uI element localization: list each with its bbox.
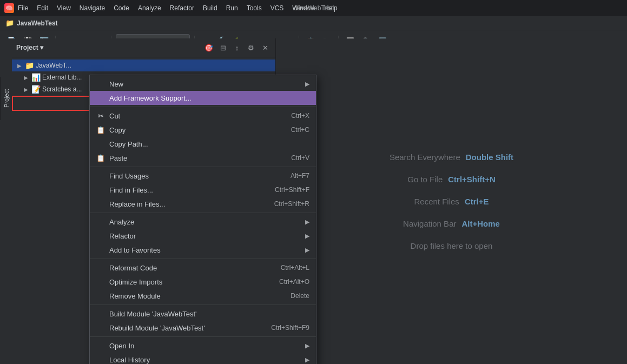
menu-item-copy-path[interactable]: Copy Path...: [90, 137, 316, 151]
title-bar: 🧠 File Edit View Navigate Code Analyze R…: [0, 0, 627, 16]
folder-icon-extlib: 📊: [31, 73, 40, 82]
menu-item-cut-label: Cut: [109, 112, 287, 120]
red-highlight-border: [12, 96, 96, 111]
menu-item-analyze-label: Analyze: [109, 218, 299, 226]
folder-icon-root: 📁: [25, 61, 34, 70]
replace-files-shortcut: Ctrl+Shift+R: [274, 200, 309, 208]
menu-item-copy[interactable]: 📋 Copy Ctrl+C: [90, 123, 316, 137]
tree-item-root[interactable]: ▶ 📁 JavaWebT...: [12, 59, 275, 71]
hint-search-everywhere: Search Everywhere Double Shift: [390, 153, 513, 162]
hint-search-everywhere-text: Search Everywhere: [390, 153, 460, 162]
analyze-icon: [96, 217, 105, 226]
local-history-submenu-arrow: ▶: [305, 356, 309, 363]
menu-item-analyze[interactable]: Analyze ▶: [90, 215, 316, 229]
optimize-imports-shortcut: Ctrl+Alt+O: [279, 278, 309, 286]
menu-item-paste[interactable]: 📋 Paste Ctrl+V: [90, 151, 316, 165]
app-logo: 🧠: [4, 3, 14, 13]
menu-run[interactable]: Run: [222, 3, 242, 13]
hint-nav-bar-text: Navigation Bar: [403, 219, 456, 228]
copy-icon: 📋: [96, 125, 105, 134]
menu-item-find-files[interactable]: Find in Files... Ctrl+Shift+F: [90, 183, 316, 197]
hint-search-everywhere-shortcut: Double Shift: [466, 153, 513, 162]
reformat-shortcut: Ctrl+Alt+L: [281, 264, 309, 272]
hint-goto-file-text: Go to File: [407, 175, 443, 184]
menu-sep-2: [90, 167, 316, 167]
menu-item-build-module[interactable]: Build Module 'JavaWebTest': [90, 307, 316, 321]
scroll-from-source-btn[interactable]: ↕: [231, 42, 243, 54]
hide-panel-btn[interactable]: ✕: [259, 42, 271, 54]
paste-shortcut: Ctrl+V: [291, 154, 309, 162]
menu-item-find-usages-label: Find Usages: [109, 172, 286, 180]
menu-item-optimize-imports[interactable]: Optimize Imports Ctrl+Alt+O: [90, 275, 316, 289]
menu-item-find-usages[interactable]: Find Usages Alt+F7: [90, 169, 316, 183]
menu-item-open-in[interactable]: Open In ▶: [90, 339, 316, 353]
menu-refactor[interactable]: Refactor: [166, 3, 198, 13]
settings-btn[interactable]: ⚙: [245, 42, 257, 54]
hint-recent-files: Recent Files Ctrl+E: [414, 197, 489, 206]
menu-item-build-module-label: Build Module 'JavaWebTest': [109, 310, 309, 318]
cut-icon: ✂: [96, 111, 105, 120]
menu-code[interactable]: Code: [110, 3, 133, 13]
menu-item-local-history-label: Local History: [109, 356, 299, 364]
add-favorites-icon: [96, 246, 105, 254]
local-history-icon: [96, 355, 105, 364]
project-header-actions: 🎯 ⊟ ↕ ⚙ ✕: [203, 42, 271, 54]
menu-item-copy-label: Copy: [109, 126, 287, 134]
menu-item-replace-files[interactable]: Replace in Files... Ctrl+Shift+R: [90, 197, 316, 211]
menu-view[interactable]: View: [53, 3, 75, 13]
hint-recent-files-text: Recent Files: [414, 197, 459, 206]
menu-sep-6: [90, 336, 316, 337]
menu-item-remove-module[interactable]: Remove Module Delete: [90, 289, 316, 303]
menu-item-reformat-label: Reformat Code: [109, 264, 276, 272]
menu-item-find-files-label: Find in Files...: [109, 186, 270, 194]
project-panel-title: Project ▾: [16, 44, 43, 51]
tree-label-extlib: External Lib...: [42, 74, 82, 81]
add-favorites-submenu-arrow: ▶: [305, 247, 309, 254]
expand-arrow-scratches: ▶: [23, 86, 29, 92]
expand-arrow-extlib: ▶: [23, 74, 29, 81]
refactor-icon: [96, 231, 105, 240]
refactor-submenu-arrow: ▶: [305, 233, 309, 240]
analyze-submenu-arrow: ▶: [305, 219, 309, 226]
project-side-tab[interactable]: Project: [0, 77, 12, 120]
menu-file[interactable]: File: [14, 3, 32, 13]
collapse-all-btn[interactable]: ⊟: [217, 42, 229, 54]
hint-drop-files: Drop files here to open: [411, 241, 493, 250]
optimize-imports-icon: [96, 277, 105, 286]
copy-shortcut: Ctrl+C: [291, 126, 309, 134]
remove-module-shortcut: Delete: [291, 292, 309, 300]
menu-item-new[interactable]: New ▶: [90, 77, 316, 91]
menu-sep-5: [90, 305, 316, 305]
copy-path-icon: [96, 140, 105, 148]
menu-analyze[interactable]: Analyze: [134, 3, 165, 13]
menu-sep-3: [90, 213, 316, 213]
rebuild-module-shortcut: Ctrl+Shift+F9: [271, 324, 309, 332]
menu-bar: File Edit View Navigate Code Analyze Ref…: [14, 3, 341, 13]
menu-item-add-favorites[interactable]: Add to Favorites ▶: [90, 243, 316, 257]
locate-file-btn[interactable]: 🎯: [203, 42, 215, 54]
menu-tools[interactable]: Tools: [243, 3, 266, 13]
context-menu: New ▶ Add Framework Support... ✂ Cut Ctr…: [89, 75, 316, 364]
menu-item-cut[interactable]: ✂ Cut Ctrl+X: [90, 109, 316, 123]
menu-item-local-history[interactable]: Local History ▶: [90, 353, 316, 364]
menu-item-open-in-label: Open In: [109, 342, 299, 350]
menu-vcs[interactable]: VCS: [267, 3, 288, 13]
add-framework-icon: [96, 94, 105, 102]
hint-drop-files-text: Drop files here to open: [411, 241, 493, 250]
menu-edit[interactable]: Edit: [33, 3, 52, 13]
menu-item-reformat[interactable]: Reformat Code Ctrl+Alt+L: [90, 261, 316, 275]
rebuild-module-icon: [96, 323, 105, 332]
folder-icon-scratches: 📝: [31, 85, 40, 94]
menu-item-add-framework-label: Add Framework Support...: [109, 94, 309, 102]
menu-sep-1: [90, 107, 316, 107]
menu-build[interactable]: Build: [199, 3, 221, 13]
menu-navigate[interactable]: Navigate: [76, 3, 109, 13]
menu-item-add-favorites-label: Add to Favorites: [109, 246, 299, 254]
hint-goto-file-shortcut: Ctrl+Shift+N: [448, 175, 496, 184]
menu-item-add-framework[interactable]: Add Framework Support...: [90, 91, 316, 105]
menu-item-rebuild-module[interactable]: Rebuild Module 'JavaWebTest' Ctrl+Shift+…: [90, 321, 316, 335]
menu-item-refactor[interactable]: Refactor ▶: [90, 229, 316, 243]
menu-item-replace-files-label: Replace in Files...: [109, 200, 270, 208]
build-module-icon: [96, 309, 105, 318]
expand-arrow-root: ▶: [16, 62, 23, 69]
